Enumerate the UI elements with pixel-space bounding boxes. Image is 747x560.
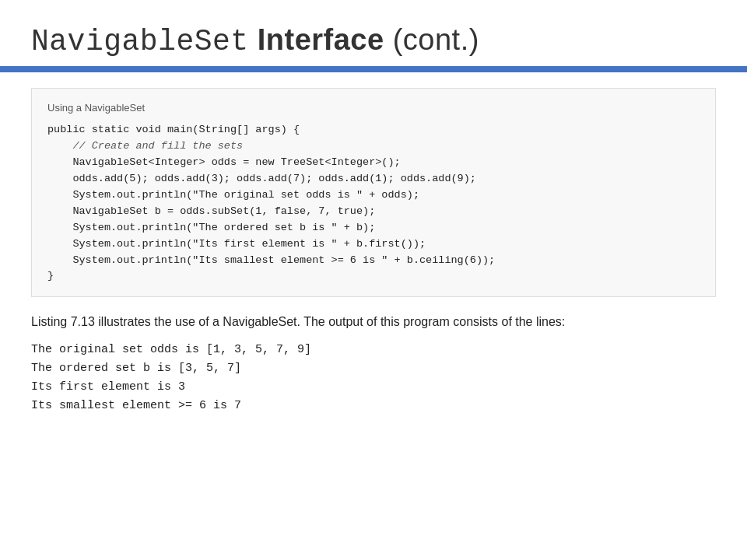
code-line-2: NavigableSet<Integer> odds = new TreeSet… [47, 155, 700, 171]
output-line-0: The original set odds is [1, 3, 5, 7, 9] [31, 341, 716, 359]
code-line-8: System.out.println("Its smallest element… [47, 253, 700, 269]
code-line-3: odds.add(5); odds.add(3); odds.add(7); o… [47, 171, 700, 187]
output-line-2: Its first element is 3 [31, 378, 716, 397]
code-line-7: System.out.println("Its first element is… [47, 236, 700, 253]
accent-bar [0, 66, 747, 72]
slide-container: NavigableSet Interface (cont.) Using a N… [0, 0, 747, 560]
title-area: NavigableSet Interface (cont.) [0, 0, 747, 66]
content-area: Using a NavigableSet public static void … [0, 72, 747, 431]
code-line-1: // Create and fill the sets [47, 138, 700, 155]
code-line-6: System.out.println("The ordered set b is… [47, 220, 700, 236]
output-line-3: Its smallest element >= 6 is 7 [31, 397, 716, 415]
title-normal: (cont.) [393, 23, 479, 56]
code-line-0: public static void main(String[] args) { [47, 122, 700, 138]
description-text: Listing 7.13 illustrates the use of a Na… [31, 313, 716, 331]
code-line-9: } [47, 268, 700, 285]
code-line-5: NavigableSet b = odds.subSet(1, false, 7… [47, 204, 700, 220]
slide-title: NavigableSet Interface (cont.) [31, 23, 716, 58]
code-line-4: System.out.println("The original set odd… [47, 187, 700, 204]
title-bold: Interface [258, 23, 384, 56]
output-line-1: The ordered set b is [3, 5, 7] [31, 359, 716, 378]
output-text: The original set odds is [1, 3, 5, 7, 9]… [31, 341, 716, 415]
code-box: Using a NavigableSet public static void … [31, 88, 716, 297]
title-mono: NavigableSet [31, 25, 249, 58]
code-label: Using a NavigableSet [47, 100, 700, 116]
